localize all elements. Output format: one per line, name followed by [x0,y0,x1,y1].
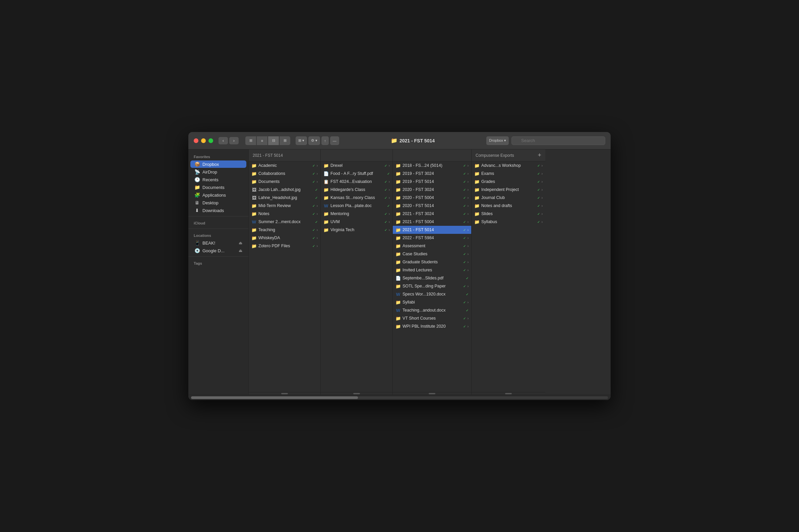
list-item[interactable]: 📁 Hildegarde's Class ✓ › [321,186,392,194]
list-item[interactable]: 📁 Journal Club ✓ › [471,194,545,202]
list-item[interactable]: 📁 Mentoring ✓ › [321,210,392,218]
forward-button[interactable]: › [229,137,239,145]
eject-google-icon[interactable]: ⏏ [239,248,242,253]
column-2-scrollbar[interactable] [321,392,392,395]
list-item[interactable]: 📁 Notes and drafts ✓ › [471,202,545,210]
list-item[interactable]: 📄 Food - A F...ry Stuff.pdf ✓ [321,170,392,177]
close-button[interactable] [194,138,199,143]
folder-icon: 📁 [395,203,401,208]
column-1-title: 2021 - FST 5014 [253,153,283,158]
list-item[interactable]: 📁 Mid-Term Review ✓ › [249,202,320,210]
column-3-scrollbar[interactable] [393,392,471,395]
sidebar-item-downloads[interactable]: ⬇ Downloads [190,207,246,214]
list-item[interactable]: 📁 Academic ✓ › [249,162,320,170]
eject-beak-icon[interactable]: ⏏ [239,241,242,245]
minimize-button[interactable] [201,138,206,143]
dropbox-button[interactable]: Dropbox ▾ [486,136,509,145]
list-view-button[interactable]: ≡ [257,136,267,145]
list-item[interactable]: 📁 Teaching ✓ › [249,226,320,234]
sidebar-item-applications[interactable]: 🧩 Applications [190,191,246,199]
sidebar-item-documents-label: Documents [202,185,225,190]
column-3-scroll[interactable]: 📁 2018 - FS...24 (5014) ✓ › 📁 2019 - FST… [393,162,471,392]
list-item[interactable]: 📁 2020 - FST 5014 ✓ › [393,202,471,210]
list-item[interactable]: 📁 Invited Lectures ✓ › [393,266,471,274]
list-item[interactable]: 📁 Documents ✓ › [249,177,320,186]
list-item[interactable]: 📁 2021 - FST 5004 ✓ › [393,218,471,226]
list-item[interactable]: 📁 Assessment ✓ › [393,242,471,250]
back-button[interactable]: ‹ [219,137,228,145]
add-column-button[interactable]: + [538,152,541,159]
sidebar-item-dropbox[interactable]: 📦 Dropbox [190,160,246,168]
column-1-scrollbar[interactable] [249,392,320,395]
list-item[interactable]: 📁 Kansas St...nsory Class ✓ › [321,194,392,202]
list-item[interactable]: 📁 Independent Project ✓ › [471,186,545,194]
sidebar-item-recents[interactable]: 🕐 Recents [190,176,246,183]
fullscreen-button[interactable] [208,138,213,143]
sidebar-divider-2 [188,228,248,229]
action-button[interactable]: ⚙ ▾ [308,136,320,145]
list-item[interactable]: 📁 2019 - FST 5014 ✓ › [393,177,471,186]
folder-icon: 📁 [395,300,401,305]
list-item[interactable]: 📁 Graduate Students ✓ › [393,258,471,266]
list-item[interactable]: 📁 Drexel ✓ › [321,162,392,170]
sidebar-item-google[interactable]: 💿 Google D... ⏏ [190,247,246,254]
list-item[interactable]: 📁 SOTL Spe...ding Paper ✓ › [393,282,471,290]
status-icon: ✓ [466,277,468,280]
sidebar-item-beak[interactable]: 📱 BEAK! ⏏ [190,239,246,247]
tag-button[interactable]: — [330,136,339,145]
list-item[interactable]: 📁 Grades ✓ › [471,177,545,186]
list-item[interactable]: 📁 WPI PBL Institute 2020 ✓ › [393,322,471,330]
chevron-right-icon: › [317,212,318,216]
list-item[interactable]: 📁 UVM ✓ › [321,218,392,226]
list-item[interactable]: 📁 WhiskeyDA ✓ › [249,234,320,242]
share-button[interactable]: ↑ [321,136,329,145]
list-item[interactable]: 📁 Exams ✓ › [471,170,545,177]
list-item[interactable]: W Lesson Pla...plate.doc ✓ [321,202,392,210]
arrange-button[interactable]: ⊞ ▾ [296,136,307,145]
list-item[interactable]: 📁 2020 - FST 5004 ✓ › [393,194,471,202]
list-item[interactable]: 📁 2019 - FST 3024 ✓ › [393,170,471,177]
list-item[interactable]: 📄 Septembe...Slides.pdf ✓ [393,274,471,282]
sidebar-item-documents[interactable]: 📁 Documents [190,184,246,191]
sidebar-item-desktop[interactable]: 🖥 Desktop [190,199,246,206]
icon-view-button[interactable]: ⊞ [245,136,256,145]
list-item[interactable]: 📁 Collaborations ✓ › [249,170,320,177]
list-item[interactable]: 📁 Advanc...s Workshop ✓ › [471,162,545,170]
folder-icon: 📁 [474,171,480,176]
column-2-scroll[interactable]: 📁 Drexel ✓ › 📄 Food - A F...ry Stuff.pdf… [321,162,392,392]
scrollbar-thumb [353,393,360,394]
list-item[interactable]: 📁 Slides ✓ › [471,210,545,218]
list-item[interactable]: W Summer 2...ment.docx ✓ [249,218,320,226]
search-input[interactable] [512,136,605,145]
list-item[interactable]: 📁 Virginia Tech ✓ › [321,226,392,234]
column-1-scroll[interactable]: 📁 Academic ✓ › 📁 Collaborations ✓ › 📁 Do… [249,162,320,392]
horizontal-scrollbar[interactable] [191,396,608,399]
list-item[interactable]: 📁 Syllabi ✓ › [393,298,471,306]
column-4-scrollbar[interactable] [471,392,545,395]
folder-icon: 📁 [395,284,401,289]
list-item[interactable]: 🖼 Jacob Lah...adshot.jpg ✓ [249,186,320,194]
list-item[interactable]: 📁 2022 - FST 5984 ✓ › [393,234,471,242]
folder-icon: 📁 [323,163,329,168]
list-item[interactable]: W Specs Wor...1920.docx ✓ [393,290,471,298]
chevron-right-icon: › [389,180,390,184]
list-item[interactable]: 📁 Syllabus ✓ › [471,218,545,226]
tags-label: Tags [188,259,248,267]
gallery-view-button[interactable]: ⊞ [280,136,290,145]
list-item[interactable]: 📁 Notes ✓ › [249,210,320,218]
column-4-scroll[interactable]: 📁 Advanc...s Workshop ✓ › 📁 Exams ✓ › 📁 … [471,162,545,392]
list-item[interactable]: 📁 Case Studies ✓ › [393,250,471,258]
column-view-button[interactable]: ⊟ [268,136,279,145]
list-item[interactable]: 📁 2020 - FST 3024 ✓ › [393,186,471,194]
list-item[interactable]: 📁 Zotero PDF Files ✓ › [249,242,320,250]
list-item[interactable]: 🖼 Lahne_Headshot.jpg ✓ [249,194,320,202]
sidebar-item-airdrop[interactable]: 📡 AirDrop [190,168,246,175]
list-item[interactable]: 📁 2018 - FS...24 (5014) ✓ › [393,162,471,170]
list-item[interactable]: 📁 VT Short Courses ✓ › [393,314,471,322]
list-item[interactable]: 📋 FST 4024...Evaluation ✓ › [321,177,392,186]
chevron-right-icon: › [542,188,543,192]
list-item[interactable]: 📁 2021 - FST 3024 ✓ › [393,210,471,218]
list-item[interactable]: W Teaching...andout.docx ✓ [393,306,471,314]
status-icon: ✓ [463,301,466,304]
list-item-selected[interactable]: 📁 2021 - FST 5014 ✓ › [393,226,471,234]
